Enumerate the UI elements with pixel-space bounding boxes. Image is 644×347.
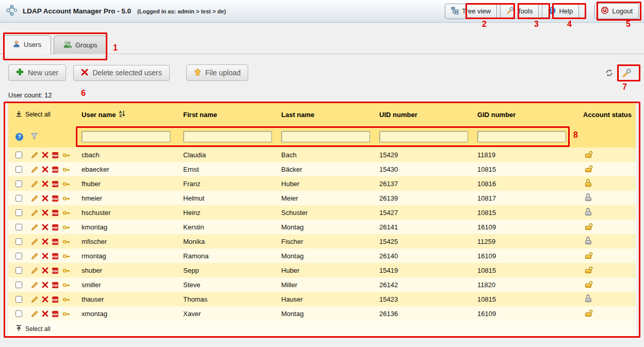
pdf-icon[interactable]: PDF (52, 152, 59, 159)
row-checkbox[interactable] (15, 296, 22, 303)
delete-icon[interactable] (42, 152, 49, 158)
annotation-label-7: 7 (622, 82, 627, 92)
gid-cell: 11819 (474, 147, 580, 162)
edit-icon[interactable] (31, 180, 38, 188)
password-icon[interactable] (62, 195, 70, 202)
select-all-top-label: Select all (25, 111, 51, 118)
filter-help-icon[interactable]: ? (15, 133, 23, 141)
password-icon[interactable] (62, 181, 70, 187)
help-button[interactable]: ? Help (542, 4, 579, 19)
first-name-cell: Ramona (180, 249, 278, 263)
password-icon[interactable] (62, 311, 70, 317)
tools-button[interactable]: Tools (500, 4, 539, 19)
pdf-icon[interactable]: PDF (52, 180, 59, 188)
filter-first-name-input[interactable] (183, 131, 272, 142)
delete-icon[interactable] (42, 296, 49, 303)
password-icon[interactable] (62, 224, 70, 230)
edit-icon[interactable] (31, 209, 38, 217)
edit-icon[interactable] (31, 310, 38, 318)
column-header-uid[interactable]: UID number (376, 103, 474, 126)
file-upload-button[interactable]: File upload (186, 64, 249, 81)
last-name-cell: Bäcker (278, 162, 376, 176)
column-header-last-name[interactable]: Last name (278, 103, 376, 126)
tree-view-button[interactable]: Tree view (445, 4, 497, 19)
delete-icon[interactable] (42, 310, 49, 317)
pdf-icon[interactable]: PDF (52, 224, 59, 231)
password-icon[interactable] (62, 210, 70, 216)
row-checkbox[interactable] (15, 166, 22, 173)
column-header-username[interactable]: User name A Z (78, 103, 180, 126)
pdf-icon[interactable]: PDF (52, 282, 59, 289)
pdf-icon[interactable]: PDF (52, 195, 59, 202)
password-icon[interactable] (62, 239, 70, 245)
edit-icon[interactable] (31, 224, 38, 231)
column-header-first-name[interactable]: First name (180, 103, 278, 126)
delete-icon[interactable] (42, 166, 49, 173)
delete-selected-users-button[interactable]: Delete selected users (73, 65, 170, 81)
username-cell: hschuster (78, 205, 180, 220)
delete-icon[interactable] (42, 282, 49, 288)
delete-icon[interactable] (42, 224, 49, 230)
password-icon[interactable] (62, 296, 70, 303)
brand: LDAP Account Manager Pro - 5.0 (Logged i… (5, 4, 226, 19)
edit-icon[interactable] (31, 282, 38, 289)
pdf-icon[interactable]: PDF (52, 267, 59, 274)
password-icon[interactable] (62, 282, 70, 288)
password-icon[interactable] (62, 152, 70, 158)
row-checkbox[interactable] (15, 267, 22, 274)
groups-tab-icon (63, 41, 72, 49)
password-icon[interactable] (62, 253, 70, 259)
select-all-bottom-icon (15, 325, 22, 333)
select-all-bottom[interactable]: Select all (11, 325, 51, 333)
delete-icon[interactable] (42, 180, 49, 187)
delete-icon[interactable] (42, 267, 49, 274)
row-checkbox[interactable] (15, 209, 22, 216)
last-name-cell: Huber (278, 263, 376, 277)
pdf-icon[interactable]: PDF (52, 209, 59, 217)
edit-icon[interactable] (31, 152, 38, 159)
logout-label: Logout (612, 7, 633, 15)
delete-icon[interactable] (42, 195, 49, 202)
refresh-icon[interactable] (605, 69, 614, 77)
settings-wrench-icon[interactable] (622, 68, 632, 78)
edit-icon[interactable] (31, 296, 38, 303)
account-status-icon (585, 179, 592, 187)
column-header-gid[interactable]: GID number (474, 103, 580, 126)
pdf-icon[interactable]: PDF (52, 310, 59, 318)
password-icon[interactable] (62, 167, 70, 173)
row-checkbox[interactable] (15, 180, 22, 187)
delete-icon[interactable] (42, 209, 49, 216)
edit-icon[interactable] (31, 166, 38, 173)
pdf-icon[interactable]: PDF (52, 253, 59, 260)
delete-icon[interactable] (42, 253, 49, 259)
pdf-icon[interactable]: PDF (52, 238, 59, 245)
row-checkbox[interactable] (15, 310, 22, 317)
filter-gid-input[interactable] (477, 131, 566, 142)
tab-groups[interactable]: Groups (54, 36, 107, 54)
edit-icon[interactable] (31, 267, 38, 274)
row-checkbox[interactable] (15, 253, 22, 259)
tab-users[interactable]: Users (3, 35, 51, 54)
row-checkbox[interactable] (15, 282, 22, 288)
logout-button[interactable]: Logout (594, 3, 639, 19)
edit-icon[interactable] (31, 195, 38, 202)
row-checkbox[interactable] (15, 152, 22, 158)
pdf-icon[interactable]: PDF (52, 296, 59, 303)
first-name-cell: Franz (180, 176, 278, 191)
account-status-icon (585, 280, 592, 288)
password-icon[interactable] (62, 268, 70, 274)
select-all-top[interactable]: Select all (11, 110, 51, 119)
new-user-button[interactable]: New user (8, 64, 66, 81)
row-checkbox[interactable] (15, 238, 22, 245)
row-checkbox[interactable] (15, 195, 22, 202)
pdf-icon[interactable]: PDF (52, 166, 59, 173)
filter-last-name-input[interactable] (281, 131, 370, 142)
row-checkbox[interactable] (15, 224, 22, 230)
filter-username-input[interactable] (82, 131, 170, 142)
edit-icon[interactable] (31, 238, 38, 245)
filter-uid-input[interactable] (379, 131, 468, 142)
edit-icon[interactable] (31, 253, 38, 260)
delete-icon[interactable] (42, 238, 49, 245)
sort-icon[interactable]: A Z (119, 110, 125, 119)
filter-funnel-icon[interactable] (30, 133, 38, 141)
